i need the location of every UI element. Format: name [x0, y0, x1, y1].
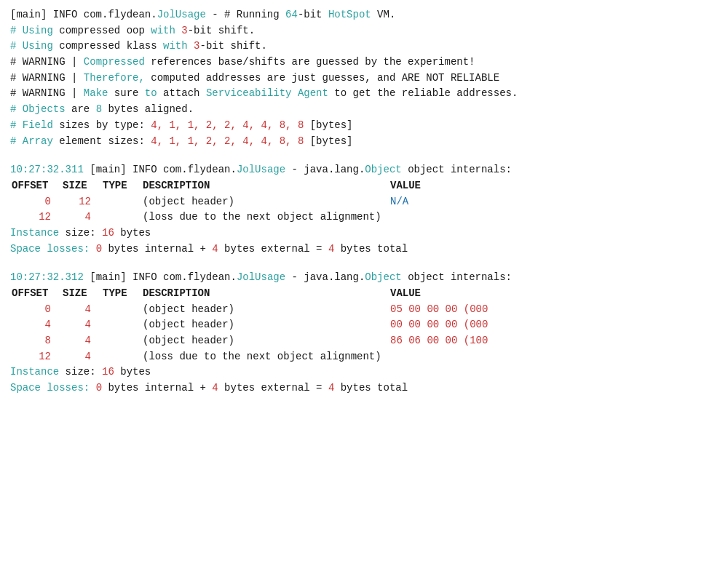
line2-using: Using [23, 25, 53, 36]
table2-row3: 8 4 (object header) 86 06 00 00 (100 [10, 333, 718, 349]
space2-v2: 4 [212, 382, 218, 394]
t2r3-offset: 8 [12, 333, 63, 349]
inst1-instance: Instance [10, 227, 59, 239]
space-losses-1: Space losses: 0 bytes internal + 4 bytes… [10, 242, 718, 258]
separator-1 [10, 149, 718, 162]
space1-t2: bytes external = [218, 243, 328, 255]
line7-objects: Objects [23, 103, 66, 115]
t2r3-size: 4 [63, 333, 103, 349]
line7-end: bytes aligned. [102, 103, 194, 115]
t2r2-desc: (object header) [143, 317, 390, 333]
t1r1-size: 12 [63, 194, 103, 210]
t2r1-desc: (object header) [143, 302, 390, 318]
inst2-size-val: 16 [102, 366, 114, 378]
inst2-instance: Instance [10, 366, 59, 378]
t2r1-type [103, 302, 143, 318]
col-type-1: TYPE [103, 178, 143, 194]
space2-t1: bytes internal + [102, 382, 212, 394]
t2r3-desc: (object header) [143, 333, 390, 349]
col-value-1: VALUE [390, 178, 421, 194]
t2r2-offset: 4 [12, 317, 63, 333]
col-value-2: VALUE [390, 286, 421, 302]
line6-attach: attach [157, 87, 206, 99]
line1-64: 64 [285, 9, 298, 20]
t1r2-size: 4 [63, 210, 103, 226]
t1r2-type [103, 210, 143, 226]
line8-nums: 4, 1, 1, 2, 2, 4, 4, 8, 8 [151, 119, 304, 131]
col-size-1: SIZE [63, 178, 103, 194]
line2-hash: # [10, 25, 23, 36]
line-5: # WARNING | Therefore, computed addresse… [10, 71, 718, 87]
col-type-2: TYPE [103, 286, 143, 302]
t1r1-value: N/A [390, 194, 408, 210]
instance-size-2: Instance size: 16 bytes [10, 364, 718, 380]
ts1-main: [main] INFO com.flydean. [84, 164, 237, 175]
timestamp-line-1: 10:27:32.311 [main] INFO com.flydean.Jol… [10, 162, 718, 178]
t2r1-value: 05 00 00 00 (000 [390, 302, 488, 318]
ts1-class: JolUsage [237, 164, 285, 175]
ts1-time: 10:27:32.311 [10, 164, 84, 175]
space1-t1: bytes internal + [102, 243, 212, 255]
space1-t3: bytes total [334, 243, 408, 255]
table2-row4: 12 4 (loss due to the next object alignm… [10, 349, 718, 365]
line1-prefix: [main] INFO com.flydean. [10, 9, 157, 20]
line4-compressed: Compressed [84, 56, 145, 68]
ts2-main: [main] INFO com.flydean. [84, 271, 237, 283]
line-2: # Using compressed oop with 3-bit shift. [10, 23, 718, 39]
line-3: # Using compressed klass with 3-bit shif… [10, 39, 718, 55]
ts2-time: 10:27:32.312 [10, 271, 84, 283]
t1r1-desc: (object header) [143, 194, 390, 210]
line2-comp: compressed oop [53, 25, 151, 36]
line2-end: -bit shift. [188, 25, 255, 36]
line4-rest: references base/shifts are guessed by th… [145, 56, 475, 68]
space1-label: Space losses: [10, 243, 96, 255]
line2-3: 3 [181, 25, 187, 36]
inst1-bytes: bytes [114, 227, 151, 239]
ts2-class: JolUsage [237, 271, 285, 283]
ts1-rest: - java.lang. [285, 164, 365, 175]
line-9: # Array element sizes: 4, 1, 1, 2, 2, 4,… [10, 134, 718, 150]
line8-mid: sizes by type: [53, 119, 151, 131]
t1r1-offset: 0 [12, 194, 63, 210]
line9-bytes: [bytes] [304, 135, 352, 147]
line7-8: 8 [96, 103, 102, 115]
inst2-size-label: size: [59, 366, 102, 378]
table1-row1: 0 12 (object header) N/A [10, 194, 718, 210]
col-offset-1: OFFSET [12, 178, 63, 194]
t2r2-type [103, 317, 143, 333]
col-size-2: SIZE [63, 286, 103, 302]
table2-row2: 4 4 (object header) 00 00 00 00 (000 [10, 317, 718, 333]
t2r4-offset: 12 [12, 349, 63, 365]
t2r1-size: 4 [63, 302, 103, 318]
line4-warn: # WARNING | [10, 56, 84, 68]
t2r3-type [103, 333, 143, 349]
line6-sa: Serviceability Agent [206, 87, 328, 99]
col-desc-2: DESCRIPTION [143, 286, 390, 302]
line5-rest: computed addresses are just guesses, and… [145, 72, 499, 84]
terminal-output: [main] INFO com.flydean.JolUsage - # Run… [10, 7, 718, 396]
col-desc-1: DESCRIPTION [143, 178, 390, 194]
timestamp-line-2: 10:27:32.312 [main] INFO com.flydean.Jol… [10, 270, 718, 286]
table2-row1: 0 4 (object header) 05 00 00 00 (000 [10, 302, 718, 318]
t2r4-size: 4 [63, 349, 103, 365]
line6-to: to [145, 87, 157, 99]
space2-v1: 0 [96, 382, 102, 394]
line6-make: Make [84, 87, 108, 99]
line1-bit: -bit [298, 9, 328, 20]
ts2-end: object internals: [402, 271, 512, 283]
ts1-end: object internals: [402, 164, 512, 175]
inst1-size-label: size: [59, 227, 102, 239]
line3-sp [188, 40, 194, 52]
space1-v1: 0 [96, 243, 102, 255]
line9-mid: element sizes: [53, 135, 151, 147]
t2r4-desc: (loss due to the next object alignment) [143, 349, 390, 365]
line3-with: with [163, 40, 188, 52]
table2-header: OFFSET SIZE TYPE DESCRIPTION VALUE [10, 286, 718, 302]
line3-comp: compressed klass [53, 40, 163, 52]
t1r1-type [103, 194, 143, 210]
inst1-size-val: 16 [102, 227, 114, 239]
t2r2-size: 4 [63, 317, 103, 333]
t1r2-offset: 12 [12, 210, 63, 226]
line5-therefore: Therefore, [84, 72, 145, 84]
ts1-obj: Object [365, 164, 401, 175]
